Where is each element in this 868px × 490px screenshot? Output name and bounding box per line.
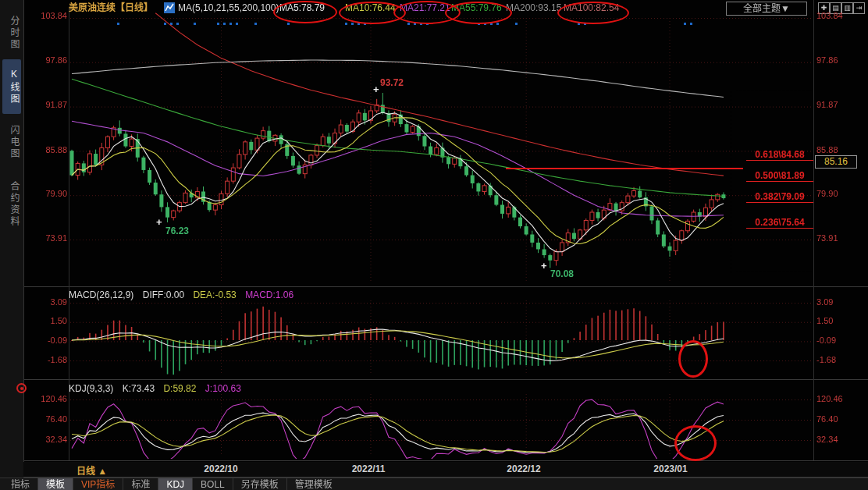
kdj-axis-left-tick-0: 120.46	[34, 394, 67, 404]
sidebar-item-0[interactable]: 分时图	[2, 5, 21, 61]
fib-level-2[interactable]: 0.382\79.09	[746, 192, 813, 203]
kdj-k-value: K:73.43	[123, 383, 155, 394]
swing-high-marker: +	[373, 86, 379, 94]
panel-divider	[23, 460, 868, 461]
tab-另存模板[interactable]: 另存模板	[233, 478, 286, 490]
macd-axis-left-tick-0: 3.09	[34, 297, 67, 307]
macd-params-label[interactable]: MACD(26,12,9)	[69, 289, 133, 300]
date-label-2: 2022/12	[507, 463, 540, 474]
symbol-title: 美原油连续【日线】	[69, 2, 153, 13]
kdj-axis-right-tick-2: 32.34	[816, 435, 838, 445]
horizontal-price-line[interactable]	[506, 168, 743, 169]
main-axis-right-tick-3: 85.88	[816, 145, 838, 155]
sidebar-item-2[interactable]: 闪电图	[2, 114, 21, 170]
right-pane-icon[interactable]: ▥	[841, 2, 853, 14]
tab-模板[interactable]: 模板	[37, 478, 73, 490]
swing-low-dec-marker: +	[541, 262, 547, 270]
tab-KDJ[interactable]: KDJ	[158, 478, 192, 490]
macd-cross-circle	[678, 340, 708, 378]
kdj-axis-right-tick-1: 76.40	[816, 414, 838, 424]
main-axis-right-tick-5: 73.91	[816, 233, 838, 243]
macd-macd-value: MACD:1.06	[245, 289, 293, 300]
swing-low-oct-marker: +	[156, 218, 162, 226]
title-annotation-circle-3	[445, 2, 512, 24]
macd-axis-left-tick-3: -1.68	[34, 355, 67, 365]
main-axis-right-tick-4: 79.90	[816, 189, 838, 199]
kdj-axis-left-tick-1: 76.40	[34, 414, 67, 424]
period-selector[interactable]: 日线 ▲	[76, 463, 107, 477]
chart-icon	[164, 2, 175, 16]
title-annotation-circle-4	[557, 2, 629, 24]
kdj-header: KDJ(9,3,3) K:73.43 D:59.82 J:100.63	[69, 383, 241, 394]
theme-selector-button[interactable]: 全部主题▼	[726, 2, 807, 16]
bottom-tabs-group: 指标模板VIP指标标准KDJBOLL另存模板管理模板	[3, 478, 868, 490]
macd-diff-value: DIFF:0.00	[143, 289, 184, 300]
kdj-axis-right-tick-0: 120.46	[816, 394, 843, 404]
macd-axis-right-tick-0: 3.09	[816, 297, 833, 307]
main-axis-right-tick-1: 97.86	[816, 55, 838, 66]
tab-VIP指标[interactable]: VIP指标	[73, 478, 123, 490]
tab-管理模板[interactable]: 管理模板	[286, 478, 340, 490]
kdj-d-value: D:59.82	[163, 383, 196, 394]
kdj-j-value: J:100.63	[205, 383, 241, 394]
panel-divider[interactable]	[23, 379, 868, 380]
date-label-0: 2022/10	[204, 463, 237, 474]
kdj-params-label[interactable]: KDJ(9,3,3)	[69, 383, 113, 394]
indicator-settings-dot	[20, 387, 23, 390]
panel-divider[interactable]	[23, 286, 868, 287]
fib-level-1[interactable]: 0.500\81.89	[746, 171, 813, 182]
macd-dea-value: DEA:-0.53	[193, 289, 236, 300]
chart-application-window: 分时图K线图闪电图合约资料 美原油连续【日线】 MA(5,10,21,55,20…	[0, 0, 868, 490]
main-axis-right-tick-2: 91.87	[816, 100, 838, 110]
main-axis-left-tick-5: 73.91	[34, 233, 67, 243]
macd-axis-right-tick-1: 1.50	[816, 316, 833, 326]
main-axis-right-tick-0: 103.84	[816, 11, 843, 21]
swing-low-oct-label: 76.23	[165, 225, 189, 236]
main-axis-left-tick-4: 79.90	[34, 189, 67, 199]
main-axis-left-tick-3: 85.88	[34, 145, 67, 155]
macd-axis-right-tick-2: -0.09	[816, 336, 836, 346]
fib-top-dashed-line	[736, 91, 812, 91]
fib-vertical-dashed-line[interactable]	[731, 91, 731, 273]
bottom-tab-bar: 指标模板VIP指标标准KDJBOLL另存模板管理模板	[0, 478, 868, 490]
current-price-box: 85.16	[815, 155, 857, 169]
sidebar-item-3[interactable]: 合约资料	[2, 169, 21, 240]
ma-value-ma200: MA200:93.15	[506, 2, 561, 13]
fib-level-0[interactable]: 0.618\84.68	[746, 150, 813, 161]
macd-header: MACD(26,12,9) DIFF:0.00 DEA:-0.53 MACD:1…	[69, 289, 293, 300]
main-axis-left-tick-2: 91.87	[34, 100, 67, 110]
main-axis-left-tick-0: 103.84	[34, 11, 67, 21]
fib-bottom-dashed-line	[736, 271, 812, 272]
tab-标准[interactable]: 标准	[123, 478, 158, 490]
tab-指标[interactable]: 指标	[3, 478, 37, 490]
kdj-cross-circle	[674, 425, 717, 461]
macd-axis-right-tick-3: -1.68	[816, 355, 836, 365]
sidebar-item-1[interactable]: K线图	[2, 59, 21, 114]
candlestick-chart-canvas[interactable]	[0, 0, 868, 490]
indicator-settings-icon[interactable]	[16, 383, 27, 393]
plot-right-border	[813, 0, 814, 460]
date-label-3: 2023/01	[653, 463, 687, 474]
date-label-1: 2022/11	[352, 463, 386, 474]
tab-BOLL[interactable]: BOLL	[192, 478, 233, 490]
macd-axis-left-tick-2: -0.09	[34, 336, 67, 346]
ma-settings-label: MA(5,10,21,55,200,100)	[178, 2, 279, 13]
swing-high-label: 93.72	[380, 77, 404, 88]
fib-level-3[interactable]: 0.236\75.64	[746, 218, 813, 229]
date-axis-row	[23, 462, 868, 477]
title-annotation-circle-0	[273, 1, 337, 23]
left-sidebar: 分时图K线图闪电图合约资料	[0, 0, 24, 478]
main-axis-left-tick-1: 97.86	[34, 55, 67, 66]
swing-low-dec-label: 70.08	[550, 268, 574, 279]
expand-pane-icon[interactable]: ⇥	[853, 2, 865, 14]
kdj-axis-left-tick-2: 32.34	[34, 435, 67, 445]
macd-axis-left-tick-1: 1.50	[34, 316, 67, 326]
